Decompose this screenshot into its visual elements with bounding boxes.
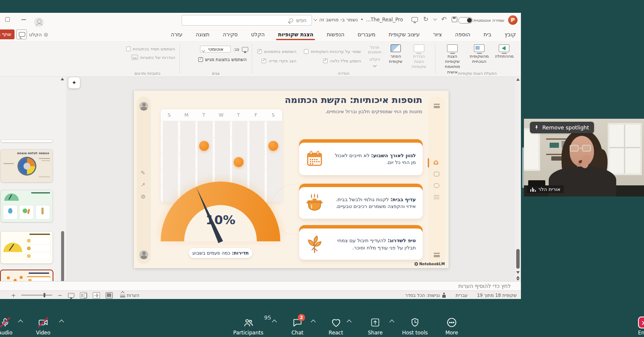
tab-insert[interactable]: הוספה [454,29,471,40]
notes-toggle-button[interactable]: הערות [118,293,139,298]
info-card-home-cooking[interactable]: עדיף בבית: לקנות גולמי ולבשל בבית. אידוי… [299,184,423,219]
checkbox-play-narrations[interactable]: השמע מלל נלווה [304,59,361,63]
tab-view[interactable]: תצוגה [195,29,210,40]
audio-control[interactable]: Audio [0,317,20,336]
tab-home[interactable]: בית [483,29,492,40]
checkbox-keep-updated[interactable]: שמור על עדכניות השקופיות [304,49,361,54]
hide-slide-button[interactable]: הסתר שקופית [386,43,406,65]
end-meeting-icon[interactable] [638,316,644,328]
react-control[interactable]: React [321,317,351,336]
normal-view-button[interactable] [80,292,87,299]
play-current-icon [474,44,485,52]
card-mini [20,205,33,219]
setup-show-label: הגדרת הצגת שקופיות [409,54,429,70]
end-meeting-label[interactable]: End [638,330,644,336]
checkbox-use-timings[interactable]: השתמש בתזמונים [257,49,296,54]
participants-options-chevron[interactable] [273,319,276,323]
checkbox-always-captions[interactable]: השתמש תמיד בכתוביות [126,47,175,51]
restore-window-icon[interactable] [5,17,10,22]
chat-options-chevron[interactable] [312,319,315,323]
zoom-in-button[interactable]: + [11,293,16,298]
share-control[interactable]: Share [360,317,390,336]
checkbox-presenter-view[interactable]: השתמש בתצוגת מגיש [198,57,247,62]
checkbox-show-media-controls[interactable]: הצג פקדי מדיה [257,59,296,63]
scrollbar-thumb[interactable] [61,231,64,283]
info-card-herbs[interactable]: טיפ לשדרוג: להעדיף תיבול עם צמחי תבלין ע… [299,225,423,260]
zoom-slider[interactable] [21,295,52,296]
tab-file[interactable]: קובץ [504,29,517,40]
chat-control[interactable]: 2 Chat [282,317,312,336]
thumbnail-slide-partial[interactable] [1,140,53,142]
search-input[interactable]: חפש [182,15,312,26]
autosave-toggle[interactable] [458,17,473,23]
slide-title[interactable]: תוספות איכותיות: הקשת הכתומה [285,95,422,105]
notes-pane[interactable]: לחץ כדי להוסיף הערות [0,281,521,290]
tab-review[interactable]: סקירה [222,29,238,40]
slideshow-view-button[interactable] [68,293,74,298]
slide-sorter-view-button[interactable] [93,292,100,299]
designer-sparkle-button[interactable] [68,77,80,88]
participant-video-tile[interactable]: Remove spotlight אורית הלר [524,119,644,196]
video-control[interactable]: Video [28,317,58,336]
save-icon[interactable] [452,17,457,22]
tab-record[interactable]: הקלט [250,29,265,40]
share-options-chevron[interactable] [390,319,394,323]
tab-slideshow[interactable]: הצגת שקופיות [277,29,314,40]
thumbnail-slide-pie[interactable]: הנוסחה לצלחת מנצחת [1,149,53,182]
caption-settings-button[interactable]: הגדרות של כתוביות [132,55,175,60]
tab-help[interactable]: עזרה [170,29,183,40]
rehearse-button[interactable]: תרגל תזמונים [365,45,384,54]
minimize-window-icon[interactable] [21,19,26,20]
thumbnail-scrollbar[interactable] [60,77,65,293]
tab-draw[interactable]: ציור [432,29,443,40]
document-title[interactable]: The_Real_Pro... • נשמר ב- מחשב זה [314,17,403,23]
audio-options-chevron[interactable] [19,319,23,323]
slide-subtitle[interactable]: מזונות מן החי שמספקים חלבון וברזל איכותי… [325,108,422,114]
from-current-button[interactable]: מהשקופית הנוכחית [467,43,491,65]
zoom-slider-knob[interactable] [44,293,45,297]
scrollbar-thumb[interactable] [516,249,520,269]
glasses [570,145,579,152]
slide-canvas[interactable]: ✎ ↗ ⚙ ⌂ תוספות איכותיות: הקשת הכתומה מזו… [134,91,449,268]
setup-slideshow-button[interactable]: הגדרת הצגת שקופיות [406,43,432,71]
remove-spotlight-button[interactable]: Remove spotlight [530,122,594,133]
accessibility-checker[interactable]: נגישות: הכל בסדר [405,293,446,298]
language-indicator[interactable]: עברית [456,293,468,298]
comments-button[interactable] [16,29,27,39]
tab-design[interactable]: עיצוב שקופית [388,29,421,40]
share-button[interactable]: שתף [0,29,15,39]
pen-icon: ✎ [141,170,145,176]
more-control[interactable]: More [437,317,467,336]
hide-slide-label: הסתר שקופית [389,54,403,64]
record-button[interactable]: הקלט [29,32,48,38]
tab-transitions[interactable]: מעברים [357,29,376,40]
from-beginning-button[interactable]: מההתחלה [492,43,517,60]
tab-animations[interactable]: הנפשות [326,29,345,40]
thumbnail-slide-yellow[interactable] [1,232,53,264]
banner-mini [26,237,50,244]
participants-control[interactable]: Participants [233,317,263,336]
react-options-chevron[interactable] [347,319,351,323]
icon-dot [27,239,31,243]
zoom-out-button[interactable]: − [58,293,62,298]
next-slide-icon[interactable] [516,278,520,281]
record-ribbon-button[interactable]: הקלט [365,57,384,62]
host-tools-control[interactable]: Host tools [400,317,430,336]
account-avatar[interactable] [34,18,44,27]
group-label: צגים [180,71,252,76]
previous-slide-icon[interactable] [516,276,520,278]
notebooklm-label: NotebookLM [419,262,445,266]
scroll-down-icon[interactable] [516,271,520,274]
scroll-up-icon[interactable] [516,78,520,81]
slideshow-icon[interactable] [412,17,418,22]
undo-icon[interactable]: ↶ [441,16,447,23]
video-options-chevron[interactable] [60,319,64,323]
reading-view-button[interactable] [106,292,113,299]
monitor-dropdown[interactable]: אוטומטי [200,46,231,53]
scroll-up-icon[interactable] [61,78,64,80]
info-card-vary[interactable]: לגוון לאורך השבוע: לא חייבים לאכול מן הח… [299,139,423,175]
redo-icon[interactable]: ↻ [423,16,429,23]
chevron-down-icon[interactable] [433,17,436,21]
thumbnail-slide-green[interactable] [1,190,53,222]
main-scrollbar[interactable] [515,77,521,281]
